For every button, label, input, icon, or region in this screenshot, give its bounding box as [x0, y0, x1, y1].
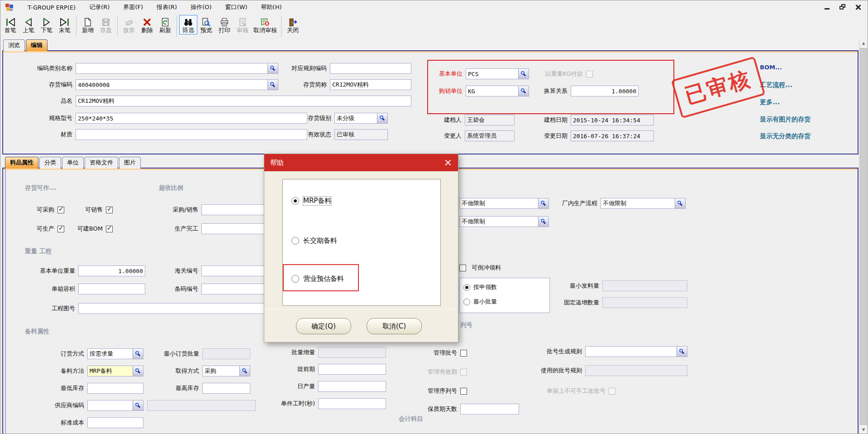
base-unit-weight-input[interactable]: 1.00000 — [78, 265, 145, 276]
sales-forecast-radio[interactable] — [291, 275, 299, 283]
daily-output-input[interactable] — [318, 381, 386, 392]
lookup-button[interactable] — [538, 217, 548, 227]
item-code-input[interactable]: 400400008 — [76, 79, 278, 90]
supplier-code-input[interactable] — [87, 400, 143, 411]
lookup-button[interactable] — [518, 86, 529, 96]
long-lead-radio[interactable] — [291, 237, 299, 245]
ok-button[interactable]: 确定(Q) — [296, 318, 351, 334]
prev-record-button[interactable]: 上笔 — [19, 15, 38, 34]
preview-button[interactable]: 预览 — [197, 15, 215, 34]
minimize-icon[interactable] — [823, 3, 831, 11]
backflush-checkbox[interactable] — [459, 265, 466, 271]
long-lead-option[interactable]: 长交期备料 — [291, 236, 337, 245]
vertical-scrollbar[interactable]: ▲ ▼ — [859, 39, 868, 434]
show-with-images-link[interactable]: 显示有图片的存货 — [760, 116, 811, 124]
more-link[interactable]: 更多... — [760, 98, 780, 106]
level-input[interactable]: 未分级 — [334, 113, 388, 124]
by-request-option[interactable]: 按申领数 — [463, 283, 497, 291]
sales-forecast-option[interactable]: 营业预估备料 — [291, 275, 344, 283]
purchasable-checkbox[interactable] — [57, 207, 64, 213]
base-unit-input[interactable]: PCS — [466, 68, 529, 79]
scrollbar-thumb[interactable] — [860, 48, 867, 425]
lookup-button[interactable] — [677, 347, 687, 357]
lookup-button[interactable] — [133, 349, 143, 359]
shelf-days-input[interactable] — [460, 404, 519, 415]
by-request-radio[interactable] — [463, 284, 470, 291]
prep-method-input[interactable]: MRP备料 — [87, 366, 143, 376]
scroll-down-icon[interactable]: ▼ — [859, 426, 868, 434]
material-input[interactable] — [76, 129, 307, 140]
delete-button[interactable]: 删除 — [138, 15, 156, 34]
bom-allowed-checkbox[interactable] — [106, 226, 113, 232]
close-form-button[interactable]: 关闭 — [284, 15, 302, 34]
restore-icon[interactable] — [839, 3, 847, 11]
manage-batch-checkbox[interactable] — [460, 350, 467, 357]
lookup-button[interactable] — [267, 63, 278, 73]
lookup-button[interactable] — [518, 69, 529, 79]
factory-flow-input[interactable]: 不做限制 — [601, 198, 686, 209]
cancel-button[interactable]: 取消(C) — [367, 318, 422, 334]
lookup-button[interactable] — [133, 400, 143, 410]
bom-link[interactable]: BOM... — [760, 64, 782, 71]
menu-operation[interactable]: 操作(O) — [191, 3, 211, 11]
lookup-button[interactable] — [675, 198, 685, 208]
dialog-close-icon[interactable] — [444, 159, 452, 167]
limit2-input[interactable]: 不做限制 — [459, 216, 549, 227]
tab-qualification-files[interactable]: 资格文件 — [85, 157, 118, 169]
tab-edit[interactable]: 编辑 — [26, 39, 48, 51]
limit1-group: 不做限制 厂内生产流程 不做限制 — [459, 198, 686, 209]
menu-app[interactable]: T-GROUP ERP(E) — [28, 4, 76, 11]
product-name-input[interactable]: CR12MOV精料 — [76, 96, 411, 106]
lookup-button[interactable] — [538, 198, 548, 208]
mrp-prep-radio[interactable] — [291, 197, 299, 205]
tab-units[interactable]: 单位 — [62, 157, 84, 169]
print-button[interactable]: 打印 — [215, 15, 234, 34]
lookup-button[interactable] — [267, 80, 278, 90]
spec-input[interactable]: 250*240*35 — [76, 113, 307, 124]
menu-help[interactable]: 帮助(H) — [261, 3, 282, 11]
menu-record[interactable]: 记录(R) — [89, 3, 110, 11]
last-record-button[interactable]: 末笔 — [56, 15, 74, 34]
filter-button[interactable]: 筛选 — [179, 15, 197, 34]
new-button[interactable]: 新增 — [79, 15, 97, 34]
lookup-button[interactable] — [133, 366, 143, 376]
unit-seconds-input[interactable] — [318, 398, 386, 409]
show-unclassified-link[interactable]: 显示无分类的存货 — [760, 132, 811, 140]
tab-classification[interactable]: 分类 — [39, 157, 61, 169]
mrp-prep-option[interactable]: MRP备料 — [291, 197, 331, 205]
order-method-input[interactable]: 按需求量 — [87, 348, 143, 359]
sellable-checkbox[interactable] — [106, 207, 113, 213]
std-cost-input[interactable] — [87, 417, 143, 428]
tab-browse[interactable]: 浏览 — [3, 39, 25, 51]
menu-window[interactable]: 窗口(W) — [225, 3, 248, 11]
conversion-input[interactable]: 1.00000 — [571, 86, 639, 96]
min-batch-option[interactable]: 最小批量 — [463, 298, 497, 306]
trade-unit-input[interactable]: KG — [466, 86, 529, 96]
menu-report[interactable]: 报表(R) — [157, 3, 177, 11]
rule-code-input[interactable] — [330, 63, 411, 74]
lookup-button[interactable] — [377, 113, 387, 123]
min-stock-input[interactable] — [87, 383, 143, 394]
batch-rule-input[interactable] — [585, 346, 687, 357]
tab-item-attributes[interactable]: 料品属性 — [5, 157, 38, 169]
box-volume-input[interactable] — [78, 284, 145, 294]
tab-images[interactable]: 图片 — [119, 157, 141, 169]
min-batch-radio[interactable] — [463, 299, 470, 305]
menu-interface[interactable]: 界面(F) — [123, 3, 143, 11]
limit1-input[interactable]: 不做限制 — [459, 198, 549, 209]
producible-checkbox[interactable] — [57, 226, 64, 232]
lead-time-input[interactable] — [318, 364, 386, 375]
close-icon[interactable] — [854, 3, 862, 11]
scroll-up-icon[interactable]: ▲ — [859, 39, 868, 47]
lookup-button[interactable] — [239, 366, 250, 376]
next-record-button[interactable]: 下笔 — [38, 15, 56, 34]
refresh-button[interactable]: 刷新 — [156, 15, 174, 34]
acquire-method-input[interactable]: 采购 — [202, 366, 250, 376]
code-category-input[interactable] — [76, 63, 278, 74]
first-record-button[interactable]: 首笔 — [1, 15, 19, 34]
cancel-audit-button[interactable]: 取消审核 — [252, 15, 279, 34]
process-flow-link[interactable]: 工艺流程... — [760, 81, 792, 89]
max-stock-input[interactable] — [202, 383, 250, 394]
manage-serial-checkbox[interactable] — [460, 388, 467, 395]
item-short-input[interactable]: CR12MOV精料 — [330, 79, 411, 90]
